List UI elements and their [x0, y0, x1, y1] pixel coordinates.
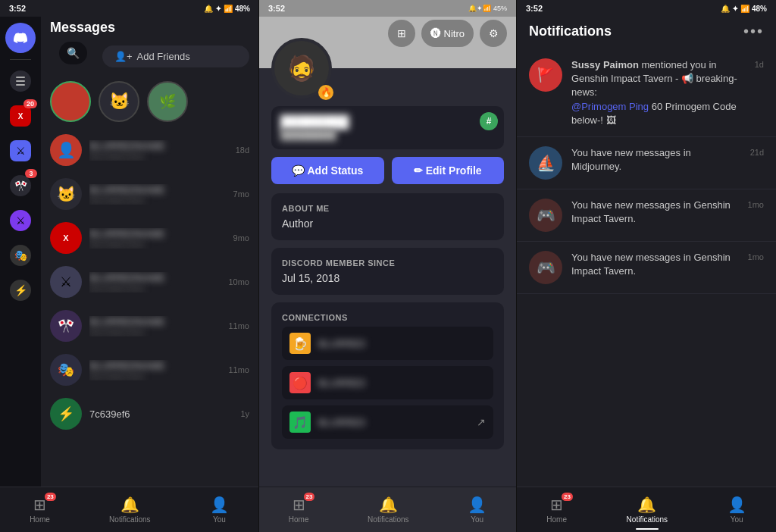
dm-item-7[interactable]: ⚡ 7c639ef6 1y [41, 392, 258, 436]
sidebar-icon-anime1[interactable]: 🎌 3 [5, 171, 36, 201]
sidebar-icon-guild1[interactable]: ⚔ [5, 136, 36, 166]
notif-time-2: 21d [750, 148, 764, 180]
server-icon-btn[interactable]: ⊞ [388, 20, 415, 47]
dm-item-4[interactable]: ⚔ BLURREDNAME blurredpreview 10mo [41, 260, 258, 304]
search-bar[interactable]: 🔍 [59, 42, 87, 64]
left-status-icons: 🔔 ✦ 📶 48% [204, 5, 250, 13]
sidebar-icon-xreal[interactable]: X 20 [5, 101, 36, 131]
edit-profile-button[interactable]: ✏ Edit Profile [392, 157, 505, 184]
notif-text-4: You have new messages in Genshin Impact … [571, 251, 739, 278]
dm-info-2: BLURREDNAME blurredpreview [89, 184, 226, 205]
settings-btn[interactable]: ⚙ [480, 20, 507, 47]
right-nav-you-icon: 👤 [728, 496, 746, 514]
notif-time-4: 1mo [748, 252, 764, 284]
left-nav-you-label: You [213, 515, 226, 524]
dm-time-4: 10mo [228, 277, 249, 286]
profile-body: # ████████ ████████ 💬 Add Status ✏ Edit … [259, 68, 516, 532]
notif-item-1[interactable]: 🚩 Sussy Paimon mentioned you in Genshin … [517, 49, 776, 137]
profile-actions: 💬 Add Status ✏ Edit Profile [271, 157, 504, 184]
mid-nav-you-label: You [471, 515, 483, 524]
dm-info-7: 7c639ef6 [89, 408, 233, 420]
notif-content-1: Sussy Paimon mentioned you in Genshin Im… [571, 58, 746, 127]
notif-item-3[interactable]: 🎮 You have new messages in Genshin Impac… [517, 189, 776, 242]
nitro-btn[interactable]: 🅝 Nitro [421, 20, 474, 47]
dm-avatar-3: X [50, 222, 82, 254]
mid-status-icons: 🔔✦📶 45% [468, 5, 507, 12]
right-nav-you[interactable]: 👤 You [715, 493, 759, 527]
connection-red: 🔴 BLURRED [282, 366, 493, 399]
notif-avatar-1: 🚩 [529, 58, 562, 92]
dm-time-1: 18d [236, 146, 249, 155]
right-nav-home[interactable]: ⊞ Home 23 [534, 493, 579, 527]
left-nav-notifications[interactable]: 🔔 Notifications [97, 493, 162, 527]
dm-time-3: 9mo [233, 233, 249, 243]
sidebar-icon-anime2[interactable]: ⚔ [5, 205, 36, 236]
dm-item-6[interactable]: 🎭 BLURREDNAME blurredpreview 11mo [41, 348, 258, 392]
right-status-bar: 3:52 🔔 ✦ 📶 48% [517, 0, 776, 17]
notifications-more-button[interactable]: ••• [743, 23, 764, 40]
connection-red-name: BLURRED [318, 377, 486, 389]
dm-info-5: BLURREDNAME blurredpreview [89, 316, 221, 336]
dm-time-7: 1y [240, 409, 249, 418]
mid-nav-home-icon: ⊞ [293, 496, 305, 514]
connection-spotify: 🎵 BLURRED ↗ [282, 405, 493, 439]
connection-spotify-icon: 🎵 [289, 412, 311, 433]
dm-preview-4: blurredpreview [89, 283, 221, 293]
notif-text-1: Sussy Paimon mentioned you in Genshin Im… [571, 58, 746, 127]
left-nav-you[interactable]: 👤 You [198, 493, 241, 527]
dm-name-3: BLURREDNAME [89, 228, 226, 239]
dm-name-2: BLURREDNAME [89, 184, 226, 196]
dm-info-1: BLURREDNAME blurredpreview [89, 140, 228, 161]
right-nav-notifications[interactable]: 🔔 Notifications [615, 493, 680, 527]
dm-name-7: 7c639ef6 [89, 408, 233, 420]
mid-nav-notifications[interactable]: 🔔 Notifications [355, 493, 421, 527]
story-2[interactable]: 🐱 [99, 81, 139, 122]
sidebar-icon-anime3[interactable]: 🎭 [5, 240, 36, 271]
dm-item-5[interactable]: 🎌 BLURREDNAME blurredpreview 11mo [41, 304, 258, 348]
story-1[interactable] [50, 81, 91, 122]
profile-avatar-wrap: 🧔 🔥 [271, 38, 332, 99]
mid-nav-notif-label: Notifications [368, 515, 408, 524]
dm-preview-6: blurredpreview [89, 371, 221, 380]
sidebar-icon-discord[interactable] [5, 23, 36, 53]
left-nav-home[interactable]: ⊞ Home 23 [17, 493, 62, 527]
right-nav-notif-label: Notifications [627, 515, 668, 524]
sidebar-icon-guild2[interactable]: ⚡ [5, 275, 36, 305]
add-friends-label: Add Friends [137, 51, 190, 62]
right-nav-home-badge: 23 [562, 493, 573, 501]
sidebar-divider-1 [10, 59, 31, 60]
dm-item-2[interactable]: 🐱 BLURREDNAME blurredpreview 7mo [41, 172, 258, 216]
right-time: 3:52 [526, 4, 543, 13]
dm-avatar-4: ⚔ [50, 266, 82, 298]
dm-info-6: BLURREDNAME blurredpreview [89, 360, 221, 380]
left-time: 3:52 [9, 4, 26, 13]
sidebar-icon-menu[interactable] [5, 66, 36, 96]
left-nav-notif-label: Notifications [109, 515, 150, 524]
member-since-value: Jul 15, 2018 [282, 272, 493, 284]
add-friends-button[interactable]: 👤+ Add Friends [102, 45, 249, 67]
about-me-value: Author [282, 217, 493, 230]
mid-nav-home[interactable]: ⊞ Home 23 [277, 493, 321, 527]
connection-red-icon: 🔴 [289, 372, 311, 393]
right-nav-home-label: Home [546, 515, 567, 524]
notif-item-4[interactable]: 🎮 You have new messages in Genshin Impac… [517, 242, 776, 294]
anime1-badge: 3 [25, 169, 37, 178]
mid-nav-you[interactable]: 👤 You [455, 493, 499, 527]
add-status-button[interactable]: 💬 Add Status [271, 157, 384, 184]
dm-item-1[interactable]: 👤 BLURREDNAME blurredpreview 18d [41, 128, 258, 172]
story-3[interactable]: 🌿 [147, 81, 188, 122]
profile-tag: ████████ [280, 129, 495, 140]
left-nav-home-badge: 23 [45, 493, 56, 501]
notif-avatar-3: 🎮 [529, 199, 562, 232]
notif-item-2[interactable]: ⛵ You have new messages in Midjourney. 2… [517, 137, 776, 189]
dm-item-3[interactable]: X BLURREDNAME blurredpreview 9mo [41, 216, 258, 260]
dm-list: 👤 BLURREDNAME blurredpreview 18d 🐱 BLURR… [41, 128, 258, 532]
dm-preview-5: blurredpreview [89, 327, 221, 336]
dm-name-1: BLURREDNAME [89, 140, 228, 152]
connection-link-icon[interactable]: ↗ [477, 416, 486, 428]
notif-avatar-2: ⛵ [529, 146, 562, 180]
mid-bottom-nav: ⊞ Home 23 🔔 Notifications 👤 You [259, 487, 516, 532]
mid-nav-notif-icon: 🔔 [379, 496, 398, 514]
middle-panel: 3:52 🔔✦📶 45% ⊞ 🅝 Nitro ⚙ 🧔 🔥 # ████████ … [259, 0, 517, 532]
profile-display-name: ████████ [280, 115, 495, 129]
